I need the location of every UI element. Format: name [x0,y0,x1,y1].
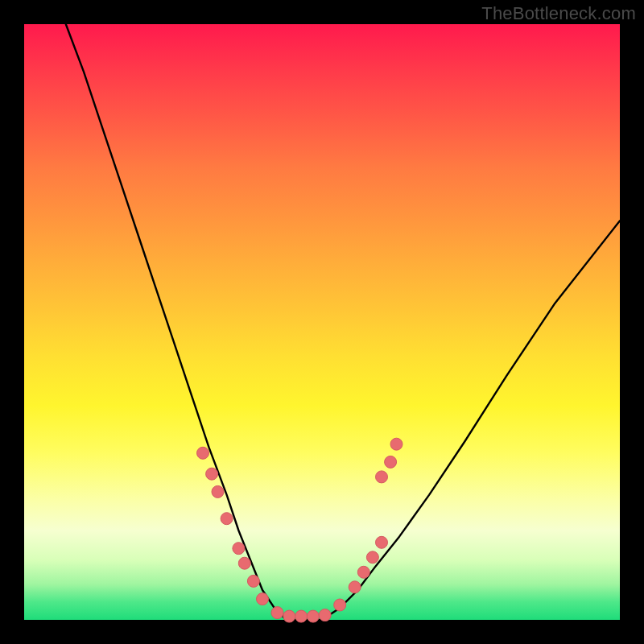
curve-marker [206,468,218,480]
chart-svg [24,24,620,620]
curve-marker [319,609,331,621]
curve-markers [197,438,403,622]
curve-marker [283,610,295,622]
curve-marker [221,513,233,525]
curve-marker [385,456,397,468]
curve-marker [247,575,259,587]
plot-area [24,24,620,620]
curve-marker [390,438,402,450]
curve-marker [257,593,269,605]
bottleneck-curve [66,24,620,620]
curve-marker [366,551,378,564]
curve-marker [307,610,319,622]
curve-marker [197,447,209,459]
curve-marker [357,566,369,578]
curve-marker [238,557,250,569]
curve-marker [376,471,388,483]
curve-marker [212,485,224,497]
chart-frame: TheBottleneck.com [0,0,644,644]
watermark-text: TheBottleneck.com [481,3,636,24]
curve-marker [233,543,245,555]
curve-marker [349,581,361,593]
curve-marker [376,536,388,548]
curve-marker [295,610,308,622]
curve-marker [334,599,346,611]
curve-marker [271,607,283,619]
